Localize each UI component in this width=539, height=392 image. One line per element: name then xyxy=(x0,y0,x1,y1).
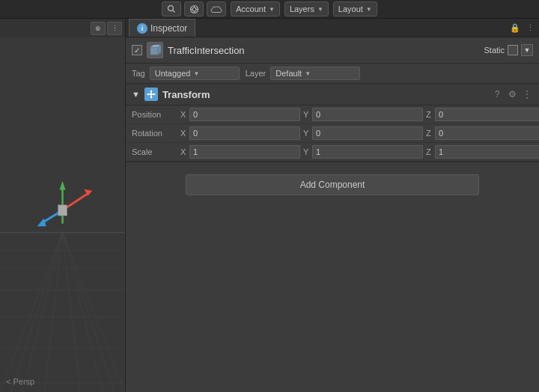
transform-toggle[interactable]: ▼ xyxy=(132,90,140,99)
gameobject-enabled-checkbox[interactable] xyxy=(132,45,142,55)
scale-row: Scale X Y Z xyxy=(126,143,539,162)
lock-icon[interactable]: 🔒 xyxy=(509,22,521,34)
scale-xyz: X Y Z xyxy=(180,145,539,159)
rotation-y-field: Y xyxy=(303,126,423,140)
svg-point-3 xyxy=(192,7,196,11)
position-z-field: Z xyxy=(426,108,539,121)
rotation-x-field: X xyxy=(180,126,300,140)
svg-marker-37 xyxy=(150,90,152,92)
position-label: Position xyxy=(132,110,180,119)
rotation-y-input[interactable] xyxy=(312,126,423,140)
scale-x-input[interactable] xyxy=(189,145,300,159)
svg-rect-32 xyxy=(150,47,158,55)
add-component-section: Add Component xyxy=(126,162,539,207)
fx-button[interactable] xyxy=(184,1,204,16)
position-y-field: Y xyxy=(303,108,423,121)
scale-x-axis: X xyxy=(180,147,188,156)
position-x-axis: X xyxy=(180,110,188,119)
tag-section: Tag Untagged ▼ xyxy=(132,67,240,80)
scale-z-field: Z xyxy=(426,145,539,159)
tag-value: Untagged xyxy=(155,69,191,78)
svg-line-1 xyxy=(173,10,175,13)
position-y-input[interactable] xyxy=(312,108,423,121)
position-row: Position X Y Z xyxy=(126,105,539,124)
cloud-button[interactable] xyxy=(207,1,226,16)
svg-point-0 xyxy=(168,6,174,11)
persp-label: < Persp xyxy=(6,377,34,386)
position-x-field: X xyxy=(180,108,300,121)
tab-right-icons: 🔒 ⋮ xyxy=(509,22,536,34)
account-chevron-icon: ▼ xyxy=(269,6,275,13)
position-z-input[interactable] xyxy=(435,108,539,121)
rotation-row: Rotation X Y Z xyxy=(126,124,539,143)
toolbar-left xyxy=(162,1,226,16)
tag-layer-row: Tag Untagged ▼ Layer Default ▼ xyxy=(126,64,539,84)
layers-chevron-icon: ▼ xyxy=(317,6,323,13)
rotation-y-axis: Y xyxy=(303,129,311,138)
static-checkbox[interactable] xyxy=(508,45,518,55)
scale-y-axis: Y xyxy=(303,147,311,156)
position-xyz: X Y Z xyxy=(180,108,539,121)
add-component-button[interactable]: Add Component xyxy=(186,174,479,195)
static-section: Static ▼ xyxy=(484,44,533,56)
inspector-panel: i Inspector 🔒 ⋮ TrafficInte xyxy=(126,19,539,392)
position-y-axis: Y xyxy=(303,110,311,119)
transform-name: Transform xyxy=(162,89,487,100)
tag-chevron-icon: ▼ xyxy=(193,70,199,77)
inspector-info-icon: i xyxy=(137,23,147,34)
scale-y-field: Y xyxy=(303,145,423,159)
transform-actions: ? ⚙ ⋮ xyxy=(491,88,533,100)
rotation-z-axis: Z xyxy=(426,129,433,138)
rotation-z-input[interactable] xyxy=(435,126,539,140)
inspector-content: TrafficIntersection Static ▼ Tag Untagge… xyxy=(126,37,539,392)
svg-marker-38 xyxy=(150,97,152,99)
rotation-label: Rotation xyxy=(132,129,180,138)
scale-label: Scale xyxy=(132,147,180,156)
tag-label: Tag xyxy=(132,69,145,78)
layout-chevron-icon: ▼ xyxy=(366,6,372,13)
scale-z-axis: Z xyxy=(426,147,433,156)
transform-header: ▼ Transform ? ⚙ ⋮ xyxy=(126,84,539,105)
account-dropdown[interactable]: Account ▼ xyxy=(231,1,280,16)
inspector-tab-label: Inspector xyxy=(150,23,187,34)
gameobject-header: TrafficIntersection Static ▼ xyxy=(126,37,539,64)
svg-marker-40 xyxy=(153,94,156,96)
viewport: ⊕ ⋮ xyxy=(0,19,126,392)
rotation-z-field: Z xyxy=(426,126,539,140)
layer-label: Layer xyxy=(246,69,267,78)
gameobject-name: TrafficIntersection xyxy=(168,45,479,56)
static-dropdown[interactable]: ▼ xyxy=(521,44,533,56)
transform-help-icon[interactable]: ? xyxy=(491,88,503,100)
rotation-xyz: X Y Z xyxy=(180,126,539,140)
viewport-icon-1[interactable]: ⊕ xyxy=(91,22,106,35)
transform-more-icon[interactable]: ⋮ xyxy=(521,88,533,100)
viewport-icon-2[interactable]: ⋮ xyxy=(107,22,122,35)
scale-x-field: X xyxy=(180,145,300,159)
gameobject-icon xyxy=(147,42,163,58)
viewport-canvas[interactable]: < Persp xyxy=(0,37,125,392)
rotation-x-input[interactable] xyxy=(189,126,300,140)
transform-settings-icon[interactable]: ⚙ xyxy=(506,88,518,100)
scale-z-input[interactable] xyxy=(435,145,539,159)
layout-dropdown[interactable]: Layout ▼ xyxy=(333,1,377,16)
transform-fields: Position X Y Z xyxy=(126,105,539,162)
scale-y-input[interactable] xyxy=(312,145,423,159)
inspector-tab[interactable]: i Inspector xyxy=(129,19,195,37)
search-button[interactable] xyxy=(162,1,181,16)
static-label: Static xyxy=(484,46,505,55)
svg-rect-31 xyxy=(58,205,67,215)
layer-dropdown[interactable]: Default ▼ xyxy=(270,67,360,80)
layer-chevron-icon: ▼ xyxy=(305,70,311,77)
transform-icon xyxy=(144,88,158,101)
tab-bar: i Inspector 🔒 ⋮ xyxy=(126,19,539,37)
layer-section: Layer Default ▼ xyxy=(246,67,361,80)
main-area: ⊕ ⋮ xyxy=(0,19,539,392)
inspector-more-icon[interactable]: ⋮ xyxy=(524,22,536,34)
tag-dropdown[interactable]: Untagged ▼ xyxy=(150,67,240,80)
position-z-axis: Z xyxy=(426,110,433,119)
svg-marker-39 xyxy=(147,94,149,96)
layers-dropdown[interactable]: Layers ▼ xyxy=(284,1,329,16)
viewport-toolbar: ⊕ ⋮ xyxy=(0,19,125,37)
position-x-input[interactable] xyxy=(189,108,300,121)
rotation-x-axis: X xyxy=(180,129,188,138)
